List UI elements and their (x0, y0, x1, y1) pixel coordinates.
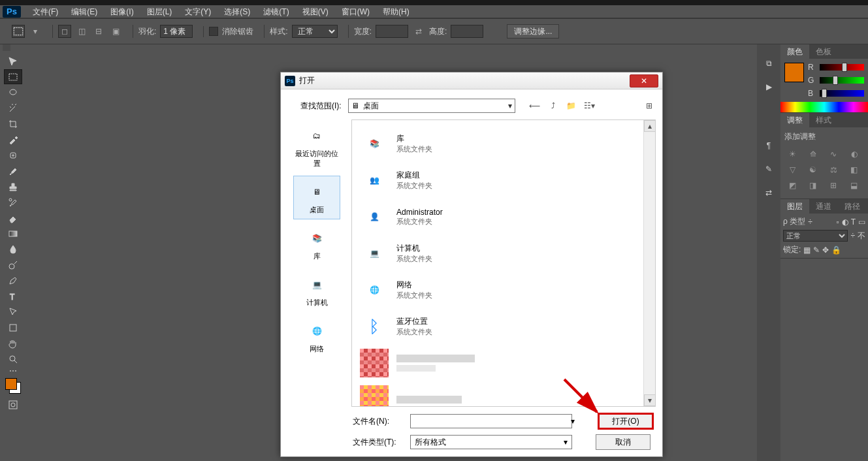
height-input[interactable] (451, 25, 483, 38)
scroll-down-icon[interactable]: ▾ (644, 394, 656, 406)
menu-edit[interactable]: 编辑(E) (65, 5, 104, 18)
wand-tool[interactable] (4, 101, 22, 116)
ellipsis-icon[interactable]: ⋯ (4, 367, 22, 375)
menu-window[interactable]: 窗口(W) (335, 5, 376, 18)
move-tool[interactable] (4, 54, 22, 69)
eyedropper-tool[interactable] (4, 132, 22, 147)
channels-tab[interactable]: 通道 (809, 199, 838, 214)
place-recent[interactable]: 🗂 最近访问的位置 (293, 119, 340, 173)
paths-tab[interactable]: 路径 (838, 199, 867, 214)
color-swatch[interactable] (5, 378, 21, 394)
type-tool[interactable]: T (4, 289, 22, 304)
crop-tool[interactable] (4, 116, 22, 131)
foreground-color[interactable] (5, 378, 17, 390)
swatches-tab[interactable]: 色板 (809, 44, 838, 59)
history-brush-tool[interactable] (4, 195, 22, 210)
color-preview[interactable] (784, 63, 804, 82)
open-button[interactable]: 打开(O) (598, 413, 653, 429)
levels-icon[interactable]: ⟰ (805, 148, 821, 161)
blur-tool[interactable] (4, 242, 22, 257)
file-list[interactable]: 📚库系统文件夹 👥家庭组系统文件夹 👤Administrator系统文件夹 💻计… (351, 119, 656, 407)
scroll-up-icon[interactable]: ▴ (644, 120, 656, 132)
feather-input[interactable] (160, 25, 193, 38)
brightness-icon[interactable]: ☀ (784, 148, 800, 161)
place-computer[interactable]: 💻 计算机 (293, 268, 340, 312)
toolbar-handle[interactable] (3, 44, 10, 51)
play-icon[interactable]: ▶ (762, 80, 776, 94)
menu-type[interactable]: 文字(Y) (178, 5, 217, 18)
hand-tool[interactable] (4, 336, 22, 351)
up-icon[interactable]: ⤴ (547, 99, 560, 112)
width-input[interactable] (376, 25, 408, 38)
brush-preset-icon[interactable]: ✎ (762, 162, 776, 176)
lock-paint-icon[interactable]: ✎ (813, 246, 820, 255)
menu-filter[interactable]: 滤镜(T) (257, 5, 295, 18)
history-icon[interactable]: ⧉ (762, 56, 776, 71)
char-icon[interactable]: ¶ (762, 138, 776, 153)
brush-tool[interactable] (4, 163, 22, 178)
refine-edge-button[interactable]: 调整边缘... (507, 24, 559, 39)
filter-type-icon[interactable]: T (851, 217, 856, 227)
path-select-tool[interactable] (4, 304, 22, 319)
lasso-tool[interactable] (4, 85, 22, 100)
lock-all-icon[interactable]: 🔒 (831, 246, 841, 255)
exposure-icon[interactable]: ◐ (846, 148, 862, 161)
color-tab[interactable]: 颜色 (780, 44, 809, 59)
balance-icon[interactable]: ⚖ (826, 163, 841, 176)
shape-tool[interactable] (4, 320, 22, 335)
selection-new-icon[interactable]: ◻ (58, 25, 71, 38)
menu-layer[interactable]: 图层(L) (140, 5, 179, 18)
invert-icon[interactable]: ⬓ (846, 179, 862, 192)
preview-toggle-icon[interactable]: ⊞ (643, 99, 656, 112)
file-item[interactable]: 💻计算机系统文件夹 (357, 235, 650, 272)
lock-pos-icon[interactable]: ✥ (822, 246, 829, 255)
curves-icon[interactable]: ∿ (826, 148, 841, 161)
chevron-down-icon[interactable]: ▾ (29, 25, 42, 38)
clone-icon[interactable]: ⇄ (762, 185, 776, 200)
style-select[interactable]: 正常 (292, 25, 338, 38)
place-desktop[interactable]: 🖥 桌面 (293, 176, 340, 219)
file-item[interactable]: 👥家庭组系统文件夹 (357, 162, 650, 199)
view-menu-icon[interactable]: ☷▾ (583, 99, 596, 112)
chevron-down-icon[interactable]: ▾ (564, 437, 568, 447)
layers-tab[interactable]: 图层 (780, 199, 809, 214)
scrollbar[interactable]: ▴ ▾ (643, 120, 655, 406)
bw-icon[interactable]: ◧ (846, 163, 862, 176)
filter-adj-icon[interactable]: ◐ (842, 217, 848, 227)
back-icon[interactable]: ⟵ (528, 99, 541, 112)
b-slider[interactable] (820, 90, 864, 97)
filename-input[interactable] (410, 414, 572, 428)
filter-img-icon[interactable]: ▫ (836, 217, 839, 227)
new-folder-icon[interactable]: 📁 (565, 99, 578, 112)
chevron-down-icon[interactable]: ▾ (508, 101, 512, 110)
mixer-icon[interactable]: ◨ (805, 179, 821, 192)
swap-icon[interactable]: ⇄ (412, 25, 425, 38)
stamp-tool[interactable] (4, 179, 22, 194)
lookup-icon[interactable]: ⊞ (826, 179, 841, 192)
heal-tool[interactable] (4, 148, 22, 163)
file-item[interactable]: ᛒ蓝牙位置系统文件夹 (357, 308, 650, 345)
cancel-button[interactable]: 取消 (596, 434, 651, 450)
close-button[interactable]: ✕ (630, 74, 658, 87)
adjust-tab[interactable]: 调整 (780, 113, 809, 127)
menu-image[interactable]: 图像(I) (104, 5, 140, 18)
color-spectrum[interactable] (780, 102, 868, 112)
chevron-down-icon[interactable]: ▾ (571, 417, 575, 426)
styles-tab[interactable]: 样式 (809, 113, 838, 127)
chevron-down-icon[interactable]: ÷ (850, 231, 855, 240)
chevron-down-icon[interactable]: ÷ (808, 217, 812, 227)
place-network[interactable]: 🌐 网络 (293, 315, 340, 358)
lock-trans-icon[interactable]: ▦ (803, 246, 811, 255)
g-slider[interactable] (820, 77, 864, 84)
menu-select[interactable]: 选择(S) (217, 5, 257, 18)
filetype-select[interactable]: 所有格式▾ (410, 435, 572, 449)
menu-view[interactable]: 视图(V) (296, 5, 335, 18)
filter-shape-icon[interactable]: ▭ (858, 217, 865, 227)
zoom-tool[interactable] (4, 351, 22, 366)
antialias-checkbox[interactable] (209, 27, 218, 36)
file-item[interactable] (357, 381, 650, 407)
r-slider[interactable] (820, 64, 864, 71)
file-item[interactable]: 🌐网络系统文件夹 (357, 272, 650, 308)
gradient-tool[interactable] (4, 226, 22, 241)
lookin-select[interactable]: 🖥 桌面 ▾ (348, 99, 515, 113)
